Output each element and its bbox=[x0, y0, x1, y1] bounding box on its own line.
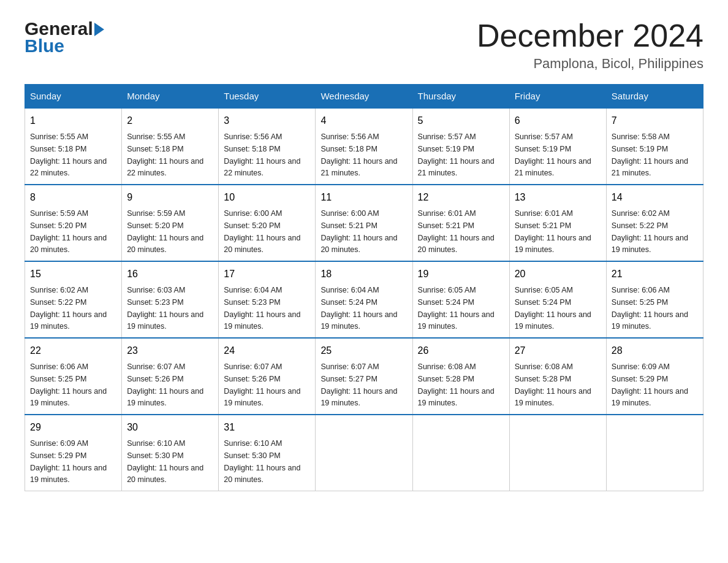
calendar-title: December 2024 bbox=[477, 18, 703, 53]
week-row-5: 29 Sunrise: 6:09 AMSunset: 5:29 PMDaylig… bbox=[25, 415, 703, 491]
calendar-cell: 12 Sunrise: 6:01 AMSunset: 5:21 PMDaylig… bbox=[412, 185, 509, 261]
day-info: Sunrise: 6:07 AMSunset: 5:27 PMDaylight:… bbox=[320, 362, 397, 407]
day-number: 28 bbox=[612, 343, 698, 358]
calendar-cell: 6 Sunrise: 5:57 AMSunset: 5:19 PMDayligh… bbox=[509, 108, 606, 185]
day-info: Sunrise: 6:02 AMSunset: 5:22 PMDaylight:… bbox=[612, 209, 688, 254]
day-number: 20 bbox=[515, 267, 601, 282]
header-monday: Monday bbox=[122, 85, 219, 109]
day-number: 3 bbox=[224, 113, 310, 128]
day-number: 22 bbox=[30, 343, 116, 358]
day-info: Sunrise: 6:09 AMSunset: 5:29 PMDaylight:… bbox=[612, 362, 688, 407]
day-info: Sunrise: 5:57 AMSunset: 5:19 PMDaylight:… bbox=[418, 132, 495, 177]
day-info: Sunrise: 6:09 AMSunset: 5:29 PMDaylight:… bbox=[30, 439, 107, 484]
day-info: Sunrise: 6:08 AMSunset: 5:28 PMDaylight:… bbox=[418, 362, 495, 407]
calendar-cell: 29 Sunrise: 6:09 AMSunset: 5:29 PMDaylig… bbox=[25, 415, 122, 491]
day-number: 8 bbox=[30, 190, 116, 205]
day-number: 24 bbox=[224, 343, 310, 358]
calendar-cell: 8 Sunrise: 5:59 AMSunset: 5:20 PMDayligh… bbox=[25, 185, 122, 261]
logo-blue-text: Blue bbox=[25, 36, 64, 56]
day-number: 11 bbox=[320, 190, 407, 205]
calendar-cell bbox=[412, 415, 509, 491]
day-number: 19 bbox=[418, 267, 504, 282]
day-info: Sunrise: 6:00 AMSunset: 5:20 PMDaylight:… bbox=[224, 209, 300, 254]
week-row-3: 15 Sunrise: 6:02 AMSunset: 5:22 PMDaylig… bbox=[25, 261, 703, 338]
day-number: 23 bbox=[127, 343, 213, 358]
header-wednesday: Wednesday bbox=[316, 85, 412, 109]
calendar-cell: 2 Sunrise: 5:55 AMSunset: 5:18 PMDayligh… bbox=[122, 108, 219, 185]
day-number: 18 bbox=[320, 267, 407, 282]
day-info: Sunrise: 6:07 AMSunset: 5:26 PMDaylight:… bbox=[127, 362, 203, 407]
day-info: Sunrise: 5:55 AMSunset: 5:18 PMDaylight:… bbox=[127, 132, 203, 177]
title-block: December 2024 Pamplona, Bicol, Philippin… bbox=[477, 18, 703, 72]
day-number: 12 bbox=[418, 190, 504, 205]
calendar-subtitle: Pamplona, Bicol, Philippines bbox=[477, 56, 703, 72]
day-number: 16 bbox=[127, 267, 213, 282]
header-thursday: Thursday bbox=[412, 85, 509, 109]
calendar-cell: 14 Sunrise: 6:02 AMSunset: 5:22 PMDaylig… bbox=[606, 185, 703, 261]
day-info: Sunrise: 6:07 AMSunset: 5:26 PMDaylight:… bbox=[224, 362, 300, 407]
calendar-cell: 9 Sunrise: 5:59 AMSunset: 5:20 PMDayligh… bbox=[122, 185, 219, 261]
calendar-cell: 31 Sunrise: 6:10 AMSunset: 5:30 PMDaylig… bbox=[219, 415, 316, 491]
calendar-cell: 17 Sunrise: 6:04 AMSunset: 5:23 PMDaylig… bbox=[219, 261, 316, 338]
day-number: 25 bbox=[320, 343, 407, 358]
day-info: Sunrise: 5:56 AMSunset: 5:18 PMDaylight:… bbox=[320, 132, 397, 177]
calendar-cell: 28 Sunrise: 6:09 AMSunset: 5:29 PMDaylig… bbox=[606, 338, 703, 415]
page-header: General Blue December 2024 Pamplona, Bic… bbox=[25, 18, 703, 72]
day-number: 21 bbox=[612, 267, 698, 282]
day-number: 9 bbox=[127, 190, 213, 205]
day-number: 5 bbox=[418, 113, 504, 128]
day-number: 31 bbox=[224, 420, 310, 435]
week-row-1: 1 Sunrise: 5:55 AMSunset: 5:18 PMDayligh… bbox=[25, 108, 703, 185]
day-info: Sunrise: 5:59 AMSunset: 5:20 PMDaylight:… bbox=[127, 209, 203, 254]
calendar-cell: 27 Sunrise: 6:08 AMSunset: 5:28 PMDaylig… bbox=[509, 338, 606, 415]
day-info: Sunrise: 6:03 AMSunset: 5:23 PMDaylight:… bbox=[127, 286, 203, 331]
day-number: 29 bbox=[30, 420, 116, 435]
day-info: Sunrise: 6:10 AMSunset: 5:30 PMDaylight:… bbox=[224, 439, 300, 484]
day-number: 7 bbox=[612, 113, 698, 128]
day-info: Sunrise: 5:59 AMSunset: 5:20 PMDaylight:… bbox=[30, 209, 107, 254]
calendar-cell bbox=[606, 415, 703, 491]
calendar-cell: 7 Sunrise: 5:58 AMSunset: 5:19 PMDayligh… bbox=[606, 108, 703, 185]
day-info: Sunrise: 5:57 AMSunset: 5:19 PMDaylight:… bbox=[515, 132, 591, 177]
day-info: Sunrise: 6:08 AMSunset: 5:28 PMDaylight:… bbox=[515, 362, 591, 407]
day-number: 13 bbox=[515, 190, 601, 205]
week-row-2: 8 Sunrise: 5:59 AMSunset: 5:20 PMDayligh… bbox=[25, 185, 703, 261]
day-number: 15 bbox=[30, 267, 116, 282]
calendar-cell: 16 Sunrise: 6:03 AMSunset: 5:23 PMDaylig… bbox=[122, 261, 219, 338]
day-info: Sunrise: 5:58 AMSunset: 5:19 PMDaylight:… bbox=[612, 132, 688, 177]
day-number: 27 bbox=[515, 343, 601, 358]
calendar-cell: 19 Sunrise: 6:05 AMSunset: 5:24 PMDaylig… bbox=[412, 261, 509, 338]
header-friday: Friday bbox=[509, 85, 606, 109]
day-info: Sunrise: 5:55 AMSunset: 5:18 PMDaylight:… bbox=[30, 132, 107, 177]
day-number: 14 bbox=[612, 190, 698, 205]
day-number: 2 bbox=[127, 113, 213, 128]
header-tuesday: Tuesday bbox=[219, 85, 316, 109]
header-saturday: Saturday bbox=[606, 85, 703, 109]
day-info: Sunrise: 6:01 AMSunset: 5:21 PMDaylight:… bbox=[418, 209, 495, 254]
calendar-cell bbox=[316, 415, 412, 491]
calendar-cell: 1 Sunrise: 5:55 AMSunset: 5:18 PMDayligh… bbox=[25, 108, 122, 185]
day-number: 17 bbox=[224, 267, 310, 282]
day-info: Sunrise: 6:06 AMSunset: 5:25 PMDaylight:… bbox=[30, 362, 107, 407]
day-info: Sunrise: 6:05 AMSunset: 5:24 PMDaylight:… bbox=[515, 286, 591, 331]
calendar-cell: 25 Sunrise: 6:07 AMSunset: 5:27 PMDaylig… bbox=[316, 338, 412, 415]
calendar-cell: 18 Sunrise: 6:04 AMSunset: 5:24 PMDaylig… bbox=[316, 261, 412, 338]
calendar-cell: 30 Sunrise: 6:10 AMSunset: 5:30 PMDaylig… bbox=[122, 415, 219, 491]
calendar-cell: 15 Sunrise: 6:02 AMSunset: 5:22 PMDaylig… bbox=[25, 261, 122, 338]
logo: General Blue bbox=[25, 18, 104, 56]
day-info: Sunrise: 6:04 AMSunset: 5:23 PMDaylight:… bbox=[224, 286, 300, 331]
header-row: SundayMondayTuesdayWednesdayThursdayFrid… bbox=[25, 85, 703, 109]
day-number: 4 bbox=[320, 113, 407, 128]
calendar-cell: 23 Sunrise: 6:07 AMSunset: 5:26 PMDaylig… bbox=[122, 338, 219, 415]
day-info: Sunrise: 6:04 AMSunset: 5:24 PMDaylight:… bbox=[320, 286, 397, 331]
calendar-cell: 10 Sunrise: 6:00 AMSunset: 5:20 PMDaylig… bbox=[219, 185, 316, 261]
day-info: Sunrise: 5:56 AMSunset: 5:18 PMDaylight:… bbox=[224, 132, 300, 177]
calendar-cell: 4 Sunrise: 5:56 AMSunset: 5:18 PMDayligh… bbox=[316, 108, 412, 185]
day-info: Sunrise: 6:02 AMSunset: 5:22 PMDaylight:… bbox=[30, 286, 107, 331]
day-number: 26 bbox=[418, 343, 504, 358]
header-sunday: Sunday bbox=[25, 85, 122, 109]
week-row-4: 22 Sunrise: 6:06 AMSunset: 5:25 PMDaylig… bbox=[25, 338, 703, 415]
day-number: 30 bbox=[127, 420, 213, 435]
calendar-cell: 3 Sunrise: 5:56 AMSunset: 5:18 PMDayligh… bbox=[219, 108, 316, 185]
calendar-cell: 24 Sunrise: 6:07 AMSunset: 5:26 PMDaylig… bbox=[219, 338, 316, 415]
